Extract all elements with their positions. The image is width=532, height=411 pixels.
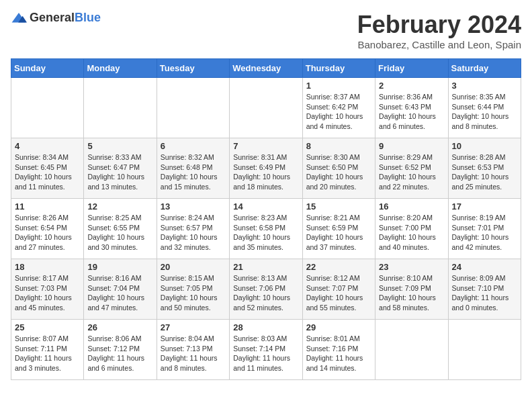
day-number: 13 — [161, 201, 226, 212]
logo-text-general: General — [30, 11, 75, 24]
calendar-cell: 24Sunrise: 8:09 AM Sunset: 7:10 PM Dayli… — [448, 259, 521, 320]
weekday-header: Saturday — [448, 59, 521, 78]
page-header: GeneralBlue February 2024 Banobarez, Cas… — [11, 11, 521, 50]
calendar-week-row: 4Sunrise: 8:34 AM Sunset: 6:45 PM Daylig… — [11, 138, 521, 199]
day-number: 10 — [452, 141, 517, 151]
day-number: 24 — [452, 262, 517, 272]
calendar-week-row: 25Sunrise: 8:07 AM Sunset: 7:11 PM Dayli… — [11, 320, 521, 380]
day-number: 18 — [15, 262, 80, 272]
calendar-cell: 21Sunrise: 8:13 AM Sunset: 7:06 PM Dayli… — [230, 259, 302, 320]
day-number: 5 — [87, 141, 152, 151]
day-number: 14 — [233, 201, 298, 212]
calendar-cell: 12Sunrise: 8:25 AM Sunset: 6:55 PM Dayli… — [84, 199, 157, 259]
calendar-cell: 7Sunrise: 8:31 AM Sunset: 6:49 PM Daylig… — [230, 138, 302, 199]
day-info: Sunrise: 8:21 AM Sunset: 6:59 PM Dayligh… — [306, 213, 371, 253]
day-info: Sunrise: 8:19 AM Sunset: 7:01 PM Dayligh… — [452, 213, 517, 253]
day-info: Sunrise: 8:17 AM Sunset: 7:03 PM Dayligh… — [15, 273, 80, 313]
calendar-cell: 16Sunrise: 8:20 AM Sunset: 7:00 PM Dayli… — [375, 199, 448, 259]
calendar-cell — [230, 78, 302, 138]
calendar-cell: 20Sunrise: 8:15 AM Sunset: 7:05 PM Dayli… — [157, 259, 229, 320]
calendar-cell: 29Sunrise: 8:01 AM Sunset: 7:16 PM Dayli… — [302, 320, 375, 380]
logo-icon — [11, 11, 27, 25]
calendar-cell: 13Sunrise: 8:24 AM Sunset: 6:57 PM Dayli… — [157, 199, 229, 259]
day-info: Sunrise: 8:31 AM Sunset: 6:49 PM Dayligh… — [233, 152, 298, 192]
day-info: Sunrise: 8:06 AM Sunset: 7:12 PM Dayligh… — [87, 334, 152, 373]
day-info: Sunrise: 8:13 AM Sunset: 7:06 PM Dayligh… — [233, 273, 298, 313]
weekday-header: Thursday — [302, 59, 375, 78]
calendar-cell: 23Sunrise: 8:10 AM Sunset: 7:09 PM Dayli… — [375, 259, 448, 320]
day-number: 19 — [87, 262, 152, 272]
day-number: 6 — [161, 141, 226, 151]
day-number: 15 — [306, 201, 371, 212]
weekday-header: Friday — [375, 59, 448, 78]
calendar-cell: 8Sunrise: 8:30 AM Sunset: 6:50 PM Daylig… — [302, 138, 375, 199]
day-info: Sunrise: 8:15 AM Sunset: 7:05 PM Dayligh… — [161, 273, 226, 313]
day-number: 2 — [379, 81, 444, 91]
calendar-cell — [375, 320, 448, 380]
day-number: 25 — [15, 322, 80, 332]
calendar-cell: 17Sunrise: 8:19 AM Sunset: 7:01 PM Dayli… — [448, 199, 521, 259]
day-number: 8 — [306, 141, 371, 151]
day-number: 9 — [379, 141, 444, 151]
calendar-cell: 25Sunrise: 8:07 AM Sunset: 7:11 PM Dayli… — [11, 320, 84, 380]
calendar-cell — [157, 78, 229, 138]
calendar-cell: 27Sunrise: 8:04 AM Sunset: 7:13 PM Dayli… — [157, 320, 229, 380]
day-info: Sunrise: 8:07 AM Sunset: 7:11 PM Dayligh… — [15, 334, 80, 373]
day-number: 1 — [306, 81, 371, 91]
day-info: Sunrise: 8:26 AM Sunset: 6:54 PM Dayligh… — [15, 213, 80, 253]
weekday-header: Monday — [84, 59, 157, 78]
day-info: Sunrise: 8:04 AM Sunset: 7:13 PM Dayligh… — [161, 334, 226, 373]
day-number: 11 — [15, 201, 80, 212]
day-info: Sunrise: 8:34 AM Sunset: 6:45 PM Dayligh… — [15, 152, 80, 192]
location-title: Banobarez, Castille and Leon, Spain — [357, 39, 521, 50]
calendar-cell — [11, 78, 84, 138]
day-number: 16 — [379, 201, 444, 212]
logo-text-blue: Blue — [75, 11, 101, 24]
day-info: Sunrise: 8:10 AM Sunset: 7:09 PM Dayligh… — [379, 273, 444, 313]
day-info: Sunrise: 8:16 AM Sunset: 7:04 PM Dayligh… — [87, 273, 152, 313]
calendar-week-row: 18Sunrise: 8:17 AM Sunset: 7:03 PM Dayli… — [11, 259, 521, 320]
calendar-cell: 19Sunrise: 8:16 AM Sunset: 7:04 PM Dayli… — [84, 259, 157, 320]
day-number: 17 — [452, 201, 517, 212]
calendar-cell: 28Sunrise: 8:03 AM Sunset: 7:14 PM Dayli… — [230, 320, 302, 380]
title-block: February 2024 Banobarez, Castille and Le… — [357, 11, 521, 50]
day-number: 3 — [452, 81, 517, 91]
calendar-cell: 26Sunrise: 8:06 AM Sunset: 7:12 PM Dayli… — [84, 320, 157, 380]
calendar-cell: 3Sunrise: 8:35 AM Sunset: 6:44 PM Daylig… — [448, 78, 521, 138]
day-number: 20 — [161, 262, 226, 272]
day-info: Sunrise: 8:30 AM Sunset: 6:50 PM Dayligh… — [306, 152, 371, 192]
day-info: Sunrise: 8:33 AM Sunset: 6:47 PM Dayligh… — [87, 152, 152, 192]
logo: GeneralBlue — [11, 11, 101, 25]
day-number: 4 — [15, 141, 80, 151]
month-title: February 2024 — [357, 11, 521, 39]
calendar-cell — [84, 78, 157, 138]
calendar-week-row: 11Sunrise: 8:26 AM Sunset: 6:54 PM Dayli… — [11, 199, 521, 259]
calendar-cell: 2Sunrise: 8:36 AM Sunset: 6:43 PM Daylig… — [375, 78, 448, 138]
day-number: 22 — [306, 262, 371, 272]
calendar-week-row: 1Sunrise: 8:37 AM Sunset: 6:42 PM Daylig… — [11, 78, 521, 138]
calendar-cell: 6Sunrise: 8:32 AM Sunset: 6:48 PM Daylig… — [157, 138, 229, 199]
day-info: Sunrise: 8:35 AM Sunset: 6:44 PM Dayligh… — [452, 92, 517, 132]
day-number: 28 — [233, 322, 298, 332]
day-info: Sunrise: 8:23 AM Sunset: 6:58 PM Dayligh… — [233, 213, 298, 253]
calendar-table: SundayMondayTuesdayWednesdayThursdayFrid… — [11, 58, 521, 380]
day-number: 26 — [87, 322, 152, 332]
day-info: Sunrise: 8:24 AM Sunset: 6:57 PM Dayligh… — [161, 213, 226, 253]
day-info: Sunrise: 8:09 AM Sunset: 7:10 PM Dayligh… — [452, 273, 517, 313]
calendar-cell: 18Sunrise: 8:17 AM Sunset: 7:03 PM Dayli… — [11, 259, 84, 320]
calendar-cell: 1Sunrise: 8:37 AM Sunset: 6:42 PM Daylig… — [302, 78, 375, 138]
calendar-cell: 5Sunrise: 8:33 AM Sunset: 6:47 PM Daylig… — [84, 138, 157, 199]
calendar-header-row: SundayMondayTuesdayWednesdayThursdayFrid… — [11, 59, 521, 78]
day-number: 27 — [161, 322, 226, 332]
day-number: 7 — [233, 141, 298, 151]
day-info: Sunrise: 8:29 AM Sunset: 6:52 PM Dayligh… — [379, 152, 444, 192]
day-info: Sunrise: 8:28 AM Sunset: 6:53 PM Dayligh… — [452, 152, 517, 192]
day-info: Sunrise: 8:32 AM Sunset: 6:48 PM Dayligh… — [161, 152, 226, 192]
calendar-cell: 22Sunrise: 8:12 AM Sunset: 7:07 PM Dayli… — [302, 259, 375, 320]
day-info: Sunrise: 8:03 AM Sunset: 7:14 PM Dayligh… — [233, 334, 298, 373]
weekday-header: Wednesday — [230, 59, 302, 78]
day-info: Sunrise: 8:36 AM Sunset: 6:43 PM Dayligh… — [379, 92, 444, 132]
weekday-header: Tuesday — [157, 59, 229, 78]
day-number: 29 — [306, 322, 371, 332]
calendar-cell: 15Sunrise: 8:21 AM Sunset: 6:59 PM Dayli… — [302, 199, 375, 259]
